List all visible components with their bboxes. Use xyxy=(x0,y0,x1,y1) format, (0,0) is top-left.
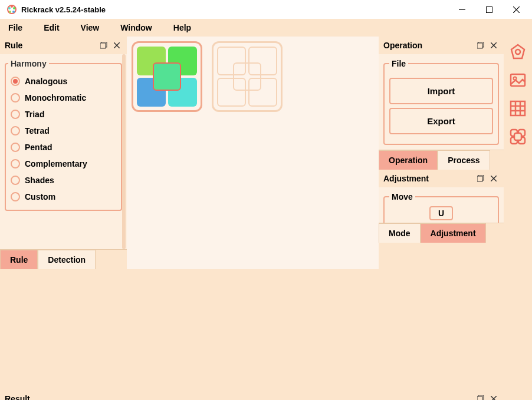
radio-custom[interactable]: Custom xyxy=(8,189,119,205)
svg-point-3 xyxy=(12,11,15,13)
menu-view[interactable]: View xyxy=(77,21,103,35)
image-tool-icon[interactable] xyxy=(507,70,528,91)
detach-icon[interactable] xyxy=(98,40,109,51)
svg-point-2 xyxy=(13,7,15,9)
detach-icon[interactable] xyxy=(475,40,486,51)
harmony-group: Harmony Analogous Monochromatic Triad Te… xyxy=(5,59,122,211)
sidebar-tools xyxy=(504,37,532,269)
tab-adjustment[interactable]: Adjustment xyxy=(421,223,486,243)
board-tool-icon[interactable] xyxy=(507,126,528,147)
palette-thumbnail-active[interactable] xyxy=(132,41,202,112)
radio-complementary[interactable]: Complementary xyxy=(8,156,119,172)
svg-point-4 xyxy=(9,11,11,13)
radio-icon xyxy=(11,143,20,152)
result-panel-header: Result xyxy=(0,390,504,400)
radio-icon xyxy=(11,110,20,119)
menu-file[interactable]: File xyxy=(5,21,26,35)
operation-body: File Import Export xyxy=(379,54,504,150)
svg-point-23 xyxy=(515,49,520,54)
tab-operation[interactable]: Operation xyxy=(379,150,438,170)
radio-icon xyxy=(11,192,20,201)
sidebar-bottom xyxy=(504,390,532,400)
adjustment-body: Move U xyxy=(379,187,504,223)
harmony-legend: Harmony xyxy=(8,59,49,68)
adjustment-panel-header: Adjustment xyxy=(379,170,504,187)
file-legend: File xyxy=(389,59,408,68)
radio-monochromatic[interactable]: Monochromatic xyxy=(8,90,119,106)
move-legend: Move xyxy=(389,192,415,201)
swatch-center xyxy=(153,62,182,91)
close-panel-icon[interactable] xyxy=(488,394,499,400)
tab-detection[interactable]: Detection xyxy=(38,250,96,269)
tab-rule[interactable]: Rule xyxy=(0,250,38,269)
rule-tabs: Rule Detection xyxy=(0,249,127,269)
svg-rect-37 xyxy=(477,396,482,400)
move-group: Move U xyxy=(383,192,499,223)
rule-panel-header: Rule xyxy=(0,37,127,54)
radio-analogous[interactable]: Analogous xyxy=(8,73,119,90)
menubar: File Edit View Window Help xyxy=(0,19,532,37)
import-button[interactable]: Import xyxy=(389,78,493,104)
rule-body: Harmony Analogous Monochromatic Triad Te… xyxy=(0,54,127,249)
close-panel-icon[interactable] xyxy=(488,40,499,51)
radio-icon xyxy=(11,93,20,103)
radio-icon xyxy=(11,176,20,185)
detach-icon[interactable] xyxy=(475,173,486,184)
detach-icon[interactable] xyxy=(475,394,486,400)
scrollbar[interactable] xyxy=(122,54,126,249)
export-button[interactable]: Export xyxy=(389,108,493,134)
svg-rect-26 xyxy=(511,101,525,115)
move-up-button[interactable]: U xyxy=(429,206,453,220)
tab-mode[interactable]: Mode xyxy=(379,223,421,243)
svg-point-25 xyxy=(514,77,517,80)
svg-rect-19 xyxy=(477,176,482,181)
svg-rect-35 xyxy=(514,133,521,140)
result-title: Result xyxy=(5,394,473,400)
canvas-panel xyxy=(127,37,379,269)
rule-panel-title: Rule xyxy=(5,41,96,50)
radio-tetrad[interactable]: Tetrad xyxy=(8,123,119,139)
minimize-button[interactable] xyxy=(448,0,475,19)
file-group: File Import Export xyxy=(383,59,499,145)
right-panel: Operation File Import Export Operation P… xyxy=(379,37,504,269)
close-button[interactable] xyxy=(503,0,530,19)
radio-icon xyxy=(11,126,20,135)
window-title: Rickrack v2.5.24-stable xyxy=(21,5,448,14)
menu-help[interactable]: Help xyxy=(170,21,195,35)
radio-pentad[interactable]: Pentad xyxy=(8,139,119,156)
svg-rect-15 xyxy=(477,43,482,48)
rule-panel: Rule Harmony Analogous Monochromatic Tri… xyxy=(0,37,127,269)
close-panel-icon[interactable] xyxy=(488,173,499,184)
swatch-ghost xyxy=(233,62,262,91)
svg-marker-22 xyxy=(511,45,524,58)
adjustment-tabs: Mode Adjustment xyxy=(379,223,504,243)
menu-window[interactable]: Window xyxy=(117,21,156,35)
radio-icon xyxy=(11,77,20,86)
menu-edit[interactable]: Edit xyxy=(40,21,63,35)
result-panel: Result #53A5E1 RGB #53E1D8 RGB #53E194 R… xyxy=(0,390,504,400)
main-area: Rule Harmony Analogous Monochromatic Tri… xyxy=(0,37,532,390)
svg-point-5 xyxy=(8,7,11,9)
thumbnail-row xyxy=(132,41,374,112)
operation-title: Operation xyxy=(383,41,473,50)
operation-tabs: Operation Process xyxy=(379,150,504,170)
palette-thumbnail-empty[interactable] xyxy=(212,41,283,112)
radio-shades[interactable]: Shades xyxy=(8,172,119,189)
svg-rect-7 xyxy=(486,6,492,12)
svg-rect-11 xyxy=(100,43,106,48)
radio-triad[interactable]: Triad xyxy=(8,106,119,123)
radio-icon xyxy=(11,159,20,168)
app-logo-icon xyxy=(7,5,17,14)
wheel-tool-icon[interactable] xyxy=(507,41,528,62)
titlebar: Rickrack v2.5.24-stable xyxy=(0,0,532,19)
tab-process[interactable]: Process xyxy=(438,150,490,170)
close-panel-icon[interactable] xyxy=(111,40,122,51)
grid-tool-icon[interactable] xyxy=(507,98,528,119)
adjustment-title: Adjustment xyxy=(383,174,473,183)
maximize-button[interactable] xyxy=(475,0,503,19)
operation-panel-header: Operation xyxy=(379,37,504,54)
svg-point-1 xyxy=(11,5,13,8)
